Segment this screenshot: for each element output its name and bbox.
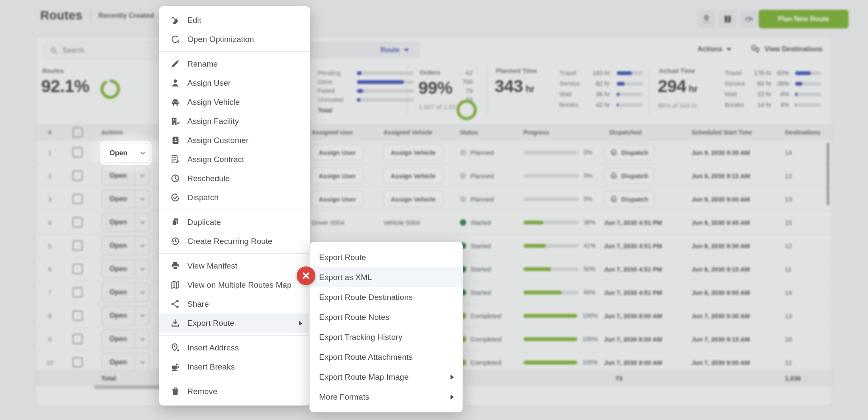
share-icon	[170, 299, 181, 310]
menu-item-assign-facility[interactable]: Assign Facility	[159, 112, 310, 131]
submenu-item-label: Export Route Map Image	[319, 372, 451, 382]
menu-item-label: View Manifest	[187, 261, 302, 271]
menu-divider	[159, 335, 310, 336]
menu-item-assign-contract[interactable]: Assign Contract	[159, 150, 310, 169]
submenu-item-label: Export Route Destinations	[319, 293, 454, 302]
menu-item-assign-customer[interactable]: Assign Customer	[159, 131, 310, 150]
export-route-submenu: Export Route Export as XML Export Route …	[309, 242, 463, 412]
facility-icon	[170, 116, 181, 127]
chevron-down-icon[interactable]	[135, 143, 150, 162]
menu-divider	[159, 51, 310, 52]
menu-item-label: Assign Facility	[187, 117, 302, 126]
customer-icon	[170, 135, 181, 146]
menu-item-reschedule[interactable]: Reschedule	[159, 169, 310, 188]
menu-item-share[interactable]: Share	[159, 294, 310, 314]
menu-item-assign-vehicle[interactable]: Assign Vehicle	[159, 92, 310, 112]
menu-item-label: Rename	[187, 59, 302, 69]
submenu-arrow-icon	[451, 375, 454, 380]
menu-divider	[159, 210, 310, 210]
menu-item-view-on-multiple-routes-map[interactable]: View on Multiple Routes Map	[159, 275, 310, 294]
vehicle-icon	[170, 97, 181, 108]
optimization-sync-icon	[170, 34, 181, 45]
click-indicator-x-icon	[297, 266, 315, 285]
menu-item-label: Export Route	[187, 319, 292, 328]
printer-icon	[170, 260, 181, 272]
recurring-icon	[170, 236, 181, 247]
menu-item-export-route[interactable]: Export Route	[159, 314, 310, 333]
submenu-item-export-route-attachments[interactable]: Export Route Attachments	[310, 347, 462, 367]
menu-item-open-optimization[interactable]: Open Optimization	[159, 30, 310, 49]
submenu-arrow-icon	[451, 395, 454, 400]
user-icon	[170, 78, 181, 89]
menu-item-label: Share	[187, 300, 302, 309]
pencil-icon	[170, 59, 181, 70]
menu-item-label: Reschedule	[187, 174, 302, 183]
submenu-item-export-route-map-image[interactable]: Export Route Map Image	[310, 367, 462, 387]
submenu-item-more-formats[interactable]: More Formats	[310, 387, 462, 407]
menu-divider	[159, 253, 310, 254]
submenu-item-export-route-notes[interactable]: Export Route Notes	[310, 307, 462, 327]
menu-item-label: Create Recurring Route	[187, 237, 302, 246]
edit-route-icon	[170, 15, 181, 26]
menu-item-insert-address[interactable]: Insert Address	[159, 338, 310, 357]
menu-item-edit[interactable]: Edit	[159, 11, 310, 30]
menu-item-create-recurring-route[interactable]: Create Recurring Route	[159, 232, 310, 251]
menu-item-duplicate[interactable]: Duplicate	[159, 213, 310, 232]
submenu-item-label: Export Route Attachments	[319, 353, 454, 362]
menu-item-label: Assign Contract	[187, 155, 302, 164]
submenu-item-label: Export Route	[319, 253, 454, 262]
menu-item-label: View on Multiple Routes Map	[187, 280, 302, 290]
menu-item-label: Open Optimization	[187, 35, 302, 44]
submenu-item-export-tracking-history[interactable]: Export Tracking History	[310, 327, 462, 347]
menu-item-label: Assign Vehicle	[187, 98, 302, 107]
menu-item-label: Dispatch	[187, 193, 302, 202]
trash-icon	[170, 386, 181, 397]
menu-divider	[159, 379, 310, 379]
menu-item-view-manifest[interactable]: View Manifest	[159, 256, 310, 275]
clock-icon	[170, 173, 181, 184]
submenu-item-label: Export Route Notes	[319, 313, 454, 322]
submenu-item-label: Export as XML	[319, 273, 454, 282]
dispatch-check-icon	[170, 192, 181, 203]
menu-item-label: Insert Address	[187, 343, 302, 353]
submenu-arrow-icon	[299, 321, 302, 326]
routes-page: Routes Recently Created Plan New Route	[0, 0, 868, 420]
map-icon	[170, 280, 181, 291]
menu-item-assign-user[interactable]: Assign User	[159, 73, 310, 92]
menu-item-remove[interactable]: Remove	[159, 382, 310, 401]
contract-icon	[170, 154, 181, 165]
coffee-icon	[170, 361, 181, 372]
menu-item-label: Duplicate	[187, 218, 302, 227]
submenu-item-label: More Formats	[319, 392, 451, 402]
menu-item-rename[interactable]: Rename	[159, 54, 310, 73]
submenu-item-export-route-destinations[interactable]: Export Route Destinations	[310, 287, 462, 307]
menu-item-label: Assign User	[187, 78, 302, 88]
route-context-menu: Edit Open Optimization Rename Assign Use…	[159, 6, 310, 406]
menu-item-dispatch[interactable]: Dispatch	[159, 188, 310, 207]
duplicate-icon	[170, 217, 181, 228]
menu-item-label: Remove	[187, 387, 302, 396]
submenu-item-label: Export Tracking History	[319, 333, 454, 342]
submenu-item-export-as-xml[interactable]: Export as XML	[310, 267, 462, 287]
pin-plus-icon	[170, 342, 181, 353]
open-button-label[interactable]: Open	[102, 143, 135, 162]
open-route-split-button[interactable]: Open	[102, 143, 150, 163]
download-icon	[170, 318, 181, 329]
menu-item-label: Edit	[187, 16, 302, 25]
submenu-item-export-route[interactable]: Export Route	[310, 247, 462, 267]
menu-item-insert-breaks[interactable]: Insert Breaks	[159, 357, 310, 376]
menu-item-label: Insert Breaks	[187, 362, 302, 372]
menu-item-label: Assign Customer	[187, 136, 302, 145]
